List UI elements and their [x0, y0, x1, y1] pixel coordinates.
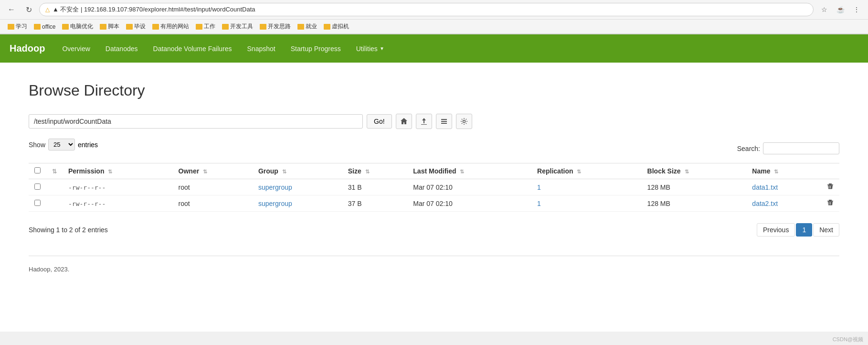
block-size-sort-icon: ⇅: [685, 169, 689, 174]
nav-datanode-volume-failures[interactable]: Datanode Volume Failures: [146, 36, 240, 61]
next-button[interactable]: Next: [813, 223, 839, 237]
td-last-modified-1: Mar 07 02:10: [407, 179, 531, 195]
row-checkbox-1[interactable]: [34, 183, 41, 190]
address-text: ▲ 不安全 | 192.168.19.107:9870/explorer.htm…: [53, 5, 255, 14]
permission-text-1: -rw-r--r--: [68, 184, 106, 191]
th-permission[interactable]: Permission ⇅: [63, 163, 173, 179]
td-group-1: supergroup: [253, 179, 342, 195]
replication-link-1[interactable]: 1: [537, 183, 541, 191]
th-size[interactable]: Size ⇅: [342, 163, 408, 179]
file-link-2[interactable]: data2.txt: [752, 200, 778, 207]
bookmark-毕设[interactable]: 毕设: [123, 22, 148, 32]
bookmark-有用的网站[interactable]: 有用的网站: [149, 22, 192, 32]
th-group[interactable]: Group ⇅: [253, 163, 342, 179]
owner-sort-icon: ⇅: [203, 169, 207, 174]
list-icon: [440, 118, 448, 125]
bookmark-label: 开发思路: [268, 22, 291, 31]
forward-button[interactable]: ↻: [22, 3, 35, 16]
file-link-1[interactable]: data1.txt: [752, 183, 778, 191]
th-replication[interactable]: Replication ⇅: [531, 163, 642, 179]
nav-utilities-button[interactable]: Utilities ▼: [349, 36, 392, 61]
entries-select[interactable]: 10 25 50 100: [48, 139, 75, 151]
bookmark-学习[interactable]: 学习: [5, 22, 30, 32]
back-button[interactable]: ←: [5, 3, 18, 16]
trash-icon-2: [827, 199, 834, 206]
folder-icon: [297, 24, 304, 30]
th-owner[interactable]: Owner ⇅: [173, 163, 253, 179]
row-checkbox-2[interactable]: [34, 200, 41, 206]
bookmark-label: 电脑优化: [70, 22, 93, 31]
extensions-button[interactable]: ☕: [834, 3, 847, 16]
td-order-1: [46, 179, 63, 195]
nav-overview[interactable]: Overview: [54, 36, 97, 61]
bookmark-label: 就业: [306, 22, 317, 31]
bookmark-就业[interactable]: 就业: [295, 22, 320, 32]
owner-text-1: root: [179, 183, 190, 191]
bookmark-label: office: [42, 23, 55, 30]
page-content: Hadoop Overview Datanodes Datanode Volum…: [0, 34, 868, 332]
settings-icon: [460, 118, 468, 125]
bookmark-虚拟机[interactable]: 虚拟机: [321, 22, 352, 32]
replication-link-2[interactable]: 1: [537, 200, 541, 207]
td-last-modified-2: Mar 07 02:10: [407, 195, 531, 212]
bookmark-工作[interactable]: 工作: [193, 22, 218, 32]
bookmark-脚本[interactable]: 脚本: [97, 22, 122, 32]
bookmark-开发思路[interactable]: 开发思路: [257, 22, 294, 32]
page-1-button[interactable]: 1: [796, 223, 812, 237]
bookmark-label: 开发工具: [230, 22, 253, 31]
td-delete-2: [821, 195, 839, 212]
bookmark-label: 毕设: [134, 22, 146, 31]
block-size-text-2: 128 MB: [647, 200, 670, 207]
go-button[interactable]: Go!: [367, 114, 392, 129]
th-name[interactable]: Name ⇅: [746, 163, 821, 179]
th-last-modified[interactable]: Last Modified ⇅: [407, 163, 531, 179]
path-input[interactable]: [29, 114, 363, 129]
search-input[interactable]: [763, 142, 839, 154]
group-sort-icon: ⇅: [282, 169, 286, 174]
bookmark-label: 虚拟机: [332, 22, 349, 31]
star-button[interactable]: ☆: [817, 3, 831, 16]
menu-button[interactable]: ⋮: [850, 3, 863, 16]
folder-icon: [324, 24, 330, 30]
group-link-1[interactable]: supergroup: [258, 183, 292, 191]
last-modified-text-2: Mar 07 02:10: [413, 200, 453, 207]
svg-rect-1: [441, 121, 447, 122]
bookmark-office[interactable]: office: [31, 22, 58, 31]
pagination-buttons: Previous 1 Next: [757, 223, 839, 237]
table-body: -rw-r--r-- root supergroup 31 B Mar 07 0…: [29, 179, 839, 212]
header-row: ⇅ Permission ⇅ Owner ⇅ Group ⇅ Size ⇅: [29, 163, 839, 179]
bookmark-开发工具[interactable]: 开发工具: [219, 22, 256, 32]
pagination-row: Showing 1 to 2 of 2 entries Previous 1 N…: [29, 219, 839, 237]
th-actions: [821, 163, 839, 179]
security-icon: △: [45, 6, 50, 13]
footer-text: Hadoop, 2023.: [29, 266, 69, 273]
delete-button-1[interactable]: [827, 183, 834, 191]
path-row: Go!: [29, 114, 839, 129]
home-icon-button[interactable]: [396, 114, 412, 129]
td-block-size-2: 128 MB: [642, 195, 747, 212]
show-label: Show: [29, 141, 45, 149]
td-size-1: 31 B: [342, 179, 408, 195]
list-icon-button[interactable]: [436, 114, 452, 129]
previous-button[interactable]: Previous: [757, 223, 795, 237]
group-link-2[interactable]: supergroup: [258, 200, 292, 207]
td-block-size-1: 128 MB: [642, 179, 747, 195]
delete-button-2[interactable]: [827, 199, 834, 207]
hadoop-navbar: Hadoop Overview Datanodes Datanode Volum…: [0, 34, 868, 63]
bookmark-电脑优化[interactable]: 电脑优化: [59, 22, 96, 32]
last-modified-sort-icon: ⇅: [460, 169, 464, 174]
showing-text: Showing 1 to 2 of 2 entries: [29, 226, 108, 234]
upload-icon-button[interactable]: [416, 114, 432, 129]
th-block-size[interactable]: Block Size ⇅: [642, 163, 747, 179]
nav-datanodes[interactable]: Datanodes: [98, 36, 146, 61]
svg-rect-5: [829, 183, 832, 184]
select-all-checkbox[interactable]: [34, 167, 41, 173]
nav-snapshot[interactable]: Snapshot: [240, 36, 283, 61]
sort-icon: ⇅: [52, 168, 57, 175]
folder-icon: [126, 24, 133, 30]
last-modified-text-1: Mar 07 02:10: [413, 183, 453, 191]
nav-startup-progress[interactable]: Startup Progress: [283, 36, 349, 61]
search-label: Search:: [737, 145, 760, 152]
td-owner-1: root: [173, 179, 253, 195]
settings-icon-button[interactable]: [456, 114, 472, 129]
